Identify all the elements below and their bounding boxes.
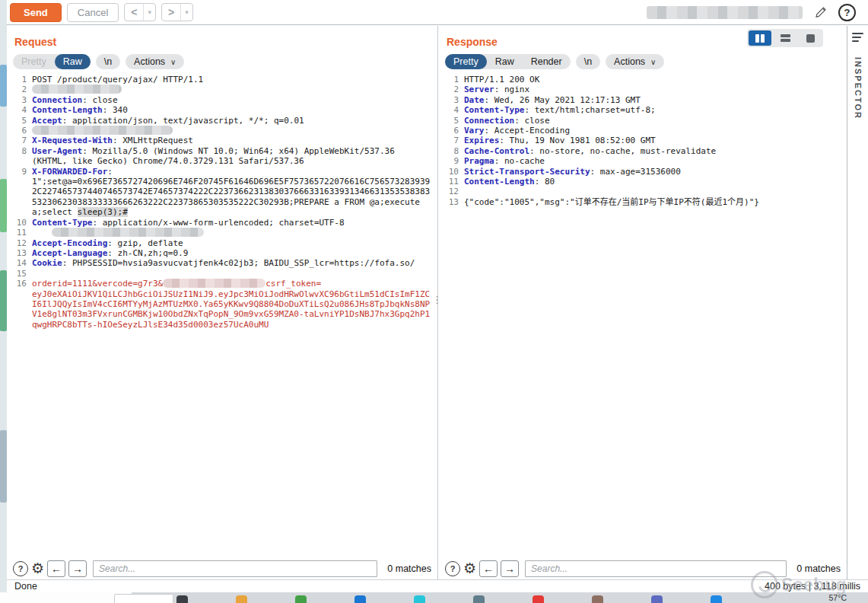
code-line[interactable]: 3Connection: close (11, 95, 434, 105)
code-line[interactable]: 4Content-Type: text/html;charset=utf-8; (444, 105, 844, 115)
edit-target-pencil-icon[interactable] (814, 6, 827, 19)
taskbar-app-icon[interactable] (176, 595, 188, 603)
taskbar-temperature: 57°C (829, 593, 847, 602)
line-number: 4 (11, 105, 32, 115)
search-settings-gear-icon[interactable]: ⚙ (463, 561, 476, 576)
search-next-button[interactable]: → (501, 560, 519, 577)
code-line[interactable]: 10Content-Type: application/x-www-form-u… (11, 218, 434, 228)
back-dropdown-arrow-icon[interactable]: ▾ (143, 4, 155, 21)
code-line[interactable]: 9X-FORWARDED-For:1";set@a=0x696E73657274… (11, 167, 434, 218)
help-icon[interactable]: ? (838, 4, 856, 21)
response-tabs: PrettyRawRender\nActions∨ (445, 54, 847, 69)
code-line[interactable]: 8Cache-Control: no-store, no-cache, must… (444, 146, 844, 156)
pane-divider-drag-handle[interactable]: ⋮ (432, 294, 442, 305)
response-tab-newline[interactable]: \n (576, 54, 600, 69)
request-tab-newline[interactable]: \n (96, 54, 120, 69)
request-actions-menu-button[interactable]: Actions∨ (126, 54, 184, 69)
line-number: 6 (444, 126, 464, 136)
search-prev-button[interactable]: ← (479, 560, 498, 577)
forward-button[interactable]: > (162, 4, 180, 21)
taskbar-app-icon[interactable] (355, 595, 366, 603)
line-number: 10 (444, 167, 464, 177)
code-line[interactable]: 16orderid=1111&vercode=g7r3&csrf_token=e… (11, 279, 434, 330)
code-line[interactable]: 11Content-Length: 80 (444, 177, 844, 187)
inspector-menu-icon[interactable] (852, 33, 863, 42)
line-number: 9 (11, 167, 32, 177)
taskbar-search-box[interactable] (114, 594, 173, 603)
response-editor[interactable]: 1HTTP/1.1 200 OK2Server: nginx3Date: Wed… (439, 72, 847, 558)
search-prev-button[interactable]: ← (47, 560, 65, 577)
layout-single-button[interactable] (799, 30, 822, 46)
code-line[interactable]: 6Vary: Accept-Encoding (444, 126, 844, 136)
request-search-input[interactable] (93, 560, 377, 577)
code-line[interactable]: 1HTTP/1.1 200 OK (444, 75, 844, 85)
code-line[interactable]: 8User-Agent: Mozilla/5.0 (Windows NT 10.… (11, 146, 434, 167)
code-line[interactable]: 2 (11, 85, 434, 94)
line-number: 3 (444, 95, 464, 105)
code-line[interactable]: 12 (444, 187, 844, 196)
response-search-input[interactable] (525, 560, 787, 577)
layout-rows-button[interactable] (774, 30, 796, 46)
request-tabs: PrettyRaw\nActions∨ (13, 54, 437, 69)
code-line[interactable]: 2Server: nginx (444, 85, 844, 94)
back-button[interactable]: < (125, 4, 143, 21)
back-split-button[interactable]: < ▾ (124, 3, 156, 21)
code-line[interactable]: 13Accept-Language: zh-CN,zh;q=0.9 (11, 248, 434, 258)
response-tab-render[interactable]: Render (523, 54, 571, 69)
line-number: 8 (444, 146, 464, 156)
response-tab-raw[interactable]: Raw (487, 54, 523, 69)
line-number: 14 (11, 258, 32, 268)
response-tab-pretty[interactable]: Pretty (445, 54, 487, 69)
taskbar-app-icon[interactable] (236, 595, 247, 603)
line-number: 1 (11, 75, 32, 85)
forward-dropdown-arrow-icon[interactable]: ▾ (180, 4, 192, 21)
request-tab-raw[interactable]: Raw (55, 54, 91, 69)
search-next-button[interactable]: → (68, 560, 87, 577)
code-line[interactable]: 7X-Requested-With: XMLHttpRequest (11, 136, 434, 145)
code-line[interactable]: 4Content-Length: 340 (11, 105, 434, 115)
response-actions-menu-button[interactable]: Actions∨ (606, 54, 664, 69)
layout-columns-button[interactable] (749, 30, 771, 46)
taskbar-app-icon[interactable] (295, 595, 307, 603)
search-settings-gear-icon[interactable]: ⚙ (31, 561, 44, 576)
code-line[interactable]: 11 (11, 228, 434, 238)
forward-split-button[interactable]: > ▾ (161, 3, 193, 21)
code-line[interactable]: 3Date: Wed, 26 May 2021 12:17:13 GMT (444, 95, 844, 105)
chevron-down-icon: ∨ (650, 58, 656, 66)
taskbar-app-icon[interactable] (473, 595, 485, 603)
search-help-icon[interactable]: ? (445, 561, 460, 576)
layout-switcher (747, 29, 823, 47)
code-line[interactable]: 12Accept-Encoding: gzip, deflate (11, 238, 434, 248)
request-editor[interactable]: 1POST /product/query/ajax/ HTTP/1.123Con… (7, 72, 437, 558)
target-host-redacted[interactable] (647, 6, 803, 19)
line-number: 12 (444, 187, 464, 196)
code-line[interactable]: 10Strict-Transport-Security: max-age=315… (444, 167, 844, 177)
line-number: 12 (11, 238, 32, 248)
line-number: 8 (11, 146, 32, 156)
taskbar-app-icon[interactable] (533, 595, 544, 603)
line-number: 5 (11, 116, 32, 126)
send-button[interactable]: Send (10, 3, 62, 22)
redacted-text (32, 85, 122, 94)
code-line[interactable]: 5Connection: close (444, 116, 844, 126)
code-line[interactable]: 5Accept: application/json, text/javascri… (11, 116, 434, 126)
request-pane: Request PrettyRaw\nActions∨ 1POST /produ… (7, 26, 438, 579)
code-line[interactable]: 6 (11, 126, 434, 136)
line-number: 3 (11, 95, 32, 105)
request-tab-pretty[interactable]: Pretty (13, 54, 55, 69)
taskbar-app-icon[interactable] (414, 595, 425, 603)
cancel-button[interactable]: Cancel (67, 3, 119, 22)
code-line[interactable]: 9Pragma: no-cache (444, 156, 844, 166)
code-line[interactable]: 15 (11, 269, 434, 279)
search-help-icon[interactable]: ? (13, 561, 28, 576)
line-number: 10 (11, 218, 32, 228)
code-line[interactable]: 14Cookie: PHPSESSID=hvsia9asvucvatjfenk4… (11, 258, 434, 268)
taskbar-app-icon[interactable] (651, 595, 663, 603)
taskbar-app-icon[interactable] (711, 595, 722, 603)
code-line[interactable]: 13{"code":"1005","msg":"订单不存在/当前IP与下单IP不… (444, 197, 844, 207)
code-line[interactable]: 1POST /product/query/ajax/ HTTP/1.1 (11, 75, 434, 85)
taskbar-app-icon[interactable] (592, 595, 603, 603)
code-line[interactable]: 7Expires: Thu, 19 Nov 1981 08:52:00 GMT (444, 136, 844, 145)
inspector-tab[interactable]: INSPECTOR (854, 57, 863, 120)
line-number: 2 (11, 85, 32, 94)
